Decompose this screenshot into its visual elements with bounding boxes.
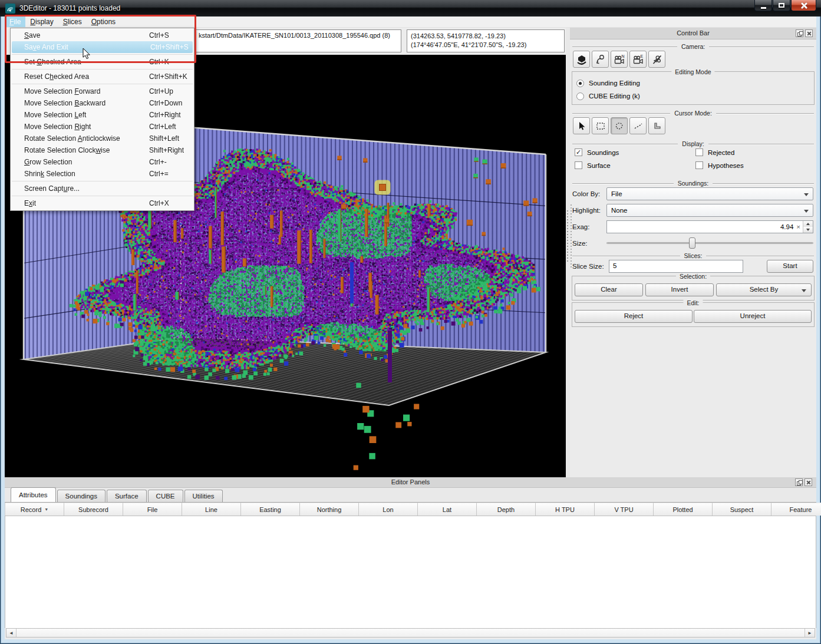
menu-item[interactable]: Set Checked Area Ctrl+K bbox=[11, 56, 194, 68]
menu-item[interactable]: Save And Exit Ctrl+Shift+S bbox=[12, 41, 193, 53]
camera-slash-button[interactable] bbox=[648, 51, 665, 68]
line-select-button[interactable] bbox=[629, 117, 647, 134]
menu-item[interactable]: Rotate Selection Clockwise Shift+Right bbox=[11, 144, 194, 156]
column-header[interactable]: Feature bbox=[771, 503, 821, 516]
titlebar: 3DEditor - 183011 points loaded bbox=[0, 0, 821, 16]
menu-item[interactable]: Reset Checked Area Ctrl+Shift+K bbox=[11, 71, 194, 82]
editor-tab[interactable]: Soundings bbox=[57, 490, 105, 502]
column-header[interactable]: Suspect bbox=[713, 503, 771, 516]
slice-size-input[interactable]: 5 bbox=[609, 260, 743, 273]
sonar-app-icon bbox=[5, 4, 15, 14]
select-by-button[interactable]: Select By bbox=[716, 283, 812, 296]
column-header[interactable]: V TPU bbox=[595, 503, 654, 516]
camera-orbit-icon bbox=[576, 54, 588, 65]
camera-orbit-button[interactable] bbox=[573, 51, 590, 68]
exag-spinbox[interactable]: 4.94 × bbox=[606, 220, 813, 233]
menubar-item[interactable]: File bbox=[5, 16, 25, 27]
chevron-down-icon bbox=[802, 289, 806, 292]
horizontal-scrollbar[interactable]: ◄ ► bbox=[6, 628, 815, 638]
editor-tab[interactable]: Utilities bbox=[184, 490, 223, 502]
camera-view-north-button[interactable]: N bbox=[611, 51, 628, 68]
menu-item[interactable]: Move Selection Left Ctrl+Right bbox=[11, 109, 194, 121]
column-header[interactable]: Line bbox=[182, 503, 241, 516]
clear-button[interactable]: Clear bbox=[575, 283, 643, 296]
color-by-row: Color By: File bbox=[572, 187, 813, 200]
menu-separator bbox=[12, 84, 193, 84]
vertical-splitter[interactable] bbox=[566, 28, 570, 477]
column-header[interactable]: Plotted bbox=[654, 503, 713, 516]
radio-icon bbox=[576, 93, 584, 100]
float-pane-icon[interactable] bbox=[795, 478, 803, 486]
editing-mode-option[interactable]: Sounding Editing bbox=[576, 77, 814, 89]
size-slider[interactable] bbox=[606, 237, 813, 249]
scroll-right-button[interactable]: ► bbox=[804, 629, 815, 637]
maximize-icon bbox=[779, 3, 784, 8]
column-header[interactable]: H TPU bbox=[536, 503, 595, 516]
close-button[interactable] bbox=[791, 0, 816, 11]
menubar-item[interactable]: Options bbox=[87, 16, 120, 27]
maximize-button[interactable] bbox=[773, 0, 790, 11]
color-by-combobox[interactable]: File bbox=[606, 187, 813, 200]
menu-separator bbox=[12, 69, 193, 70]
svg-text:N: N bbox=[621, 54, 624, 58]
menu-item[interactable]: Move Selection Forward Ctrl+Up bbox=[11, 85, 194, 97]
float-pane-icon[interactable] bbox=[796, 29, 803, 37]
scroll-left-button[interactable]: ◄ bbox=[6, 629, 17, 637]
column-header[interactable]: File bbox=[123, 503, 182, 516]
pointer-select-button[interactable] bbox=[573, 117, 590, 134]
editing-mode-option[interactable]: CUBE Editing (k) bbox=[576, 90, 814, 102]
display-checkbox[interactable]: Rejected bbox=[695, 148, 814, 156]
menubar-item[interactable]: Display bbox=[25, 16, 58, 27]
camera-view-east-button[interactable]: E bbox=[629, 51, 647, 68]
menu-item[interactable]: Save Ctrl+S bbox=[11, 29, 194, 41]
editor-tab[interactable]: Surface bbox=[107, 490, 147, 502]
menu-item[interactable]: Grow Selection Ctrl+- bbox=[11, 156, 194, 168]
menu-shortcut: Ctrl+Down bbox=[149, 99, 182, 107]
highlight-row: Highlight: None bbox=[572, 204, 813, 217]
editor-tab[interactable]: CUBE bbox=[148, 490, 183, 502]
scrollbar-track[interactable] bbox=[17, 629, 804, 637]
column-header[interactable]: Depth bbox=[477, 503, 536, 516]
display-checkbox[interactable]: Hypotheses bbox=[695, 161, 814, 169]
display-checkbox[interactable]: ✓ Soundings bbox=[575, 148, 695, 156]
slider-track bbox=[606, 242, 813, 244]
column-header[interactable]: Easting bbox=[241, 503, 300, 516]
size-row: Size: bbox=[572, 237, 813, 249]
menu-item[interactable]: Screen Capture... bbox=[11, 183, 194, 194]
rectangle-select-button[interactable] bbox=[592, 117, 609, 134]
checkbox-icon bbox=[575, 161, 582, 169]
column-header[interactable]: Lat bbox=[418, 503, 477, 516]
unreject-button[interactable]: Unreject bbox=[694, 310, 812, 323]
menu-item[interactable]: Move Selection Backward Ctrl+Down bbox=[11, 97, 194, 109]
menu-shortcut: Shift+Right bbox=[149, 146, 184, 154]
camera-reset-view-button[interactable] bbox=[592, 51, 609, 68]
menubar-item[interactable]: Slices bbox=[58, 16, 87, 27]
menu-item[interactable]: Shrink Selection Ctrl+= bbox=[11, 168, 194, 180]
menu-item[interactable]: Exit Ctrl+X bbox=[11, 197, 194, 209]
slider-handle[interactable] bbox=[689, 237, 695, 249]
start-button[interactable]: Start bbox=[767, 260, 813, 273]
display-checkbox[interactable]: Surface bbox=[575, 161, 695, 169]
menu-shortcut: Ctrl+Right bbox=[149, 111, 181, 119]
corner-select-button[interactable] bbox=[648, 117, 665, 134]
lasso-select-button[interactable] bbox=[611, 117, 628, 134]
column-header[interactable]: Northing bbox=[300, 503, 359, 516]
column-header[interactable]: Subrecord bbox=[64, 503, 123, 516]
editor-tab[interactable]: Attributes bbox=[11, 487, 56, 502]
menu-item[interactable]: Rotate Selection Anticlockwise Shift+Lef… bbox=[11, 133, 194, 144]
column-header[interactable]: Lon bbox=[359, 503, 418, 516]
highlight-combobox[interactable]: None bbox=[606, 204, 813, 217]
menu-item[interactable]: Move Selection Right Ctrl+Left bbox=[11, 121, 194, 133]
close-pane-icon[interactable] bbox=[804, 478, 812, 486]
invert-button[interactable]: Invert bbox=[645, 283, 714, 296]
spin-up-icon[interactable] bbox=[803, 221, 813, 227]
minimize-button[interactable] bbox=[754, 0, 772, 11]
close-pane-icon[interactable] bbox=[805, 29, 813, 37]
spin-down-icon[interactable] bbox=[803, 227, 813, 233]
menu-shortcut: Ctrl+= bbox=[149, 170, 169, 178]
camera-view-north-icon: N bbox=[614, 54, 625, 65]
reject-button[interactable]: Reject bbox=[575, 310, 693, 323]
control-bar-title: Control Bar bbox=[570, 28, 816, 39]
menu-shortcut: Shift+Left bbox=[149, 134, 179, 143]
column-header[interactable]: Record ▼ bbox=[5, 503, 64, 516]
